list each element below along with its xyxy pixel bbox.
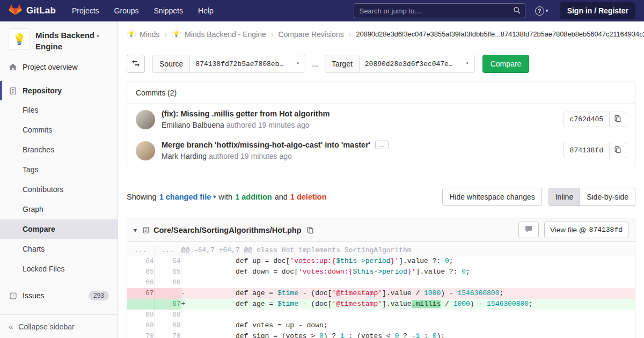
diff-file-path[interactable]: Core/Search/SortingAlgorithms/Hot.php [153,226,302,234]
nav-menu-item-help[interactable]: Help [198,6,214,15]
hide-whitespace-button[interactable]: Hide whitespace changes [442,188,542,206]
diff-view-toggle: Inline Side-by-side [548,188,635,206]
breadcrumb-current-sha-range: 20890d28e3d6f3ec047e3855af39faf3fdbb5ffe… [356,30,644,38]
collapse-label: Collapse sidebar [18,322,74,331]
sidebar-item-repository[interactable]: Repository [0,81,118,100]
sidebar-subitem-compare[interactable]: Compare [0,219,118,239]
changed-files-dropdown[interactable]: 1 changed file ▾ [159,193,216,201]
sidebar-subitem-commits[interactable]: Commits [0,120,118,140]
side-by-side-view-button[interactable]: Side-by-side [580,188,635,206]
old-line-number[interactable]: 65 [127,267,154,277]
new-line-number[interactable]: 67 [154,299,181,310]
help-menu[interactable]: ? ▾ [535,6,548,16]
breadcrumb: 💡 Minds › 💡 Minds Backend - Engine › Com… [118,21,644,47]
new-line-number[interactable]: 65 [154,267,181,277]
collapse-diff-icon[interactable]: ▾ [134,226,137,234]
new-line-number[interactable] [154,288,181,299]
breadcrumb-link-project[interactable]: 💡 Minds Backend - Engine [172,30,266,39]
commit-sha[interactable]: c762d405 [564,112,610,127]
breadcrumb-link-minds[interactable]: 💡 Minds [127,30,159,39]
swap-icon [131,59,140,69]
diff-row: 6464 def up = doc['votes:up:{$this->peri… [127,256,635,267]
swap-revisions-button[interactable] [127,55,145,73]
copy-sha-button[interactable] [610,143,626,158]
old-line-number[interactable]: 67 [127,288,154,299]
source-label: Source [152,55,189,73]
old-line-number[interactable]: 70 [127,331,154,338]
commit-author-link[interactable]: Emiliano Balbuena [162,121,224,129]
new-line-number[interactable]: ... [154,245,181,256]
source-ref-dropdown[interactable]: 874138fd72b5ae7808eb… ▾ [189,55,305,73]
sidebar-item-project-overview[interactable]: Project overview [0,57,118,77]
sidebar-subitem-locked-files[interactable]: Locked Files [0,259,118,279]
nav-menu-item-snippets[interactable]: Snippets [154,6,183,15]
expand-commit-description-button[interactable]: … [375,141,389,149]
hunk-header: @@ -64,7 +64,7 @@ class Hot implements S… [181,245,635,256]
breadcrumb-link-compare[interactable]: Compare Revisions [278,30,343,39]
old-line-number[interactable]: 68 [127,310,154,320]
old-line-number[interactable]: 64 [127,256,154,267]
new-line-number[interactable]: 64 [154,256,181,267]
copy-sha-button[interactable] [610,112,626,127]
sidebar-subitem-tags[interactable]: Tags [0,160,118,180]
sidebar-subitem-charts[interactable]: Charts [0,239,118,259]
commit-meta: Mark Harding authored 19 minutes ago [162,152,564,160]
commits-panel: Commits (2) (fix): Missing .millis gette… [127,82,635,166]
collapse-sidebar-button[interactable]: « Collapse sidebar [0,314,118,338]
sidebar-item-issues[interactable]: Issues 293 [0,285,118,306]
target-ref-dropdown[interactable]: 20890d28e3d6f3ec047e… ▾ [359,55,475,73]
sidebar-subitem-branches[interactable]: Branches [0,140,118,160]
search-box [354,3,525,18]
diff-rows: ......@@ -64,7 +64,7 @@ class Hot implem… [127,245,635,338]
sidebar-item-label: Project overview [23,63,78,71]
sidebar-subitem-graph[interactable]: Graph [0,200,118,219]
compare-button[interactable]: Compare [482,55,530,73]
target-input-group: Target 20890d28e3d6f3ec047e… ▾ [325,55,475,73]
search-icon[interactable] [513,6,521,17]
gitlab-home-link[interactable]: GitLab [9,3,56,18]
commit-author-avatar[interactable] [136,141,155,160]
help-icon: ? [535,6,544,16]
commit-sha[interactable]: 874138fd [564,143,610,158]
breadcrumb-separator: › [349,30,352,39]
toggle-comments-button[interactable] [518,222,539,238]
new-line-number[interactable]: 68 [154,310,181,320]
commit-title[interactable]: Merge branch 'hotfix/missing-hot-algo-ca… [162,141,564,149]
nav-menu-item-groups[interactable]: Groups [114,6,139,15]
diff-row: 67- def age = $time - (doc['@timestamp']… [127,288,635,299]
new-line-number[interactable]: 70 [154,331,181,338]
file-icon [142,226,150,234]
gitlab-logo-icon [9,3,22,18]
commit-author-link[interactable]: Mark Harding [162,152,207,160]
view-file-button[interactable]: View file @ 874138fd [544,222,628,238]
code-line: def sign = (votes > 0) ? 1 : (votes < 0 … [181,331,635,338]
chevron-down-icon: ▾ [296,61,299,67]
old-line-number[interactable] [127,299,154,310]
search-input[interactable] [354,3,525,18]
sign-in-button[interactable]: Sign in / Register [560,2,635,19]
copy-icon [614,146,621,156]
old-line-number[interactable]: 69 [127,320,154,331]
commit-row: Merge branch 'hotfix/missing-hot-algo-ca… [127,135,635,166]
sidebar-subitem-files[interactable]: Files [0,100,118,120]
code-line: def up = doc['votes:up:{$this->period}']… [181,256,635,267]
main-content: 💡 Minds › 💡 Minds Backend - Engine › Com… [118,21,644,338]
new-line-number[interactable]: 66 [154,277,181,288]
top-navbar: GitLab ProjectsGroupsSnippetsHelp ? ▾ Si… [0,0,644,21]
project-header[interactable]: 💡 Minds Backend - Engine [0,21,118,57]
home-icon [9,63,17,71]
old-line-number[interactable]: ... [127,245,154,256]
range-separator: ... [312,60,318,68]
new-line-number[interactable]: 69 [154,320,181,331]
additions-count: 1 addition [235,193,272,201]
diff-row: 67+ def age = $time - (doc['@timestamp']… [127,299,635,310]
sidebar-subitem-contributors[interactable]: Contributors [0,180,118,200]
nav-menu-item-projects[interactable]: Projects [72,6,99,15]
old-line-number[interactable]: 66 [127,277,154,288]
commit-title[interactable]: (fix): Missing .millis getter from Hot a… [162,109,564,118]
inline-view-button[interactable]: Inline [548,188,580,206]
brand-name: GitLab [26,5,56,16]
copy-file-path-button[interactable] [306,226,314,234]
diff-row: 6969 def votes = up - down; [127,320,635,331]
commit-author-avatar[interactable] [136,110,155,129]
